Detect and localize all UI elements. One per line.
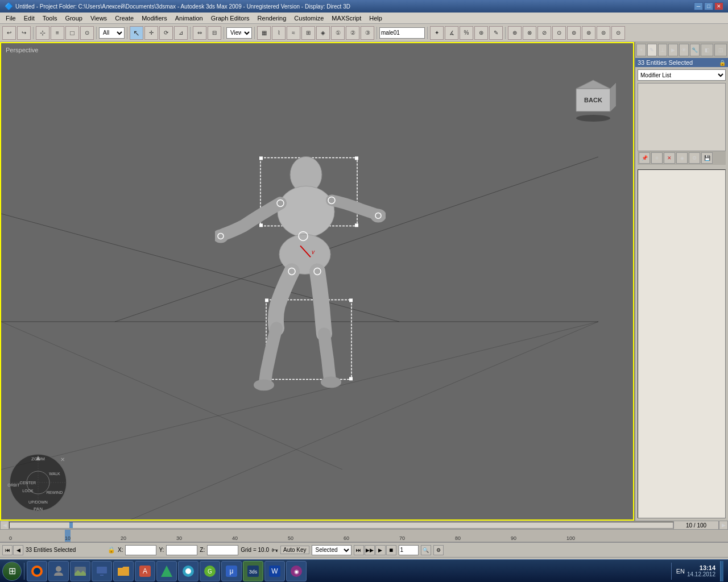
taskbar-word[interactable]: W xyxy=(264,561,285,581)
undo-button[interactable]: ↩ xyxy=(2,26,16,40)
create-tab[interactable]: + xyxy=(636,44,646,56)
menu-customize[interactable]: Customize xyxy=(291,14,327,23)
object-name-input[interactable] xyxy=(379,27,425,39)
menu-maxscript[interactable]: MAXScript xyxy=(328,14,365,23)
x-coord-input[interactable] xyxy=(125,545,156,555)
quick-render-button[interactable]: ② xyxy=(346,26,359,40)
snap-toggle-button[interactable]: ✦ xyxy=(430,26,444,40)
menu-group[interactable]: Group xyxy=(61,14,86,23)
material-editor-button[interactable]: ◈ xyxy=(316,26,330,40)
menu-help[interactable]: Help xyxy=(366,14,386,23)
navigation-cube[interactable]: BACK xyxy=(570,77,616,123)
show-desktop-button[interactable] xyxy=(720,561,723,581)
auto-key-button[interactable]: Auto Key xyxy=(280,546,309,554)
render-last-button[interactable]: ③ xyxy=(361,26,374,40)
transport-prev-frame-button[interactable]: ◀ xyxy=(13,545,23,555)
taskbar-app2[interactable] xyxy=(156,561,177,581)
maximize-button[interactable]: □ xyxy=(704,2,713,10)
redo-button[interactable]: ↪ xyxy=(17,26,31,40)
minimize-button[interactable]: ─ xyxy=(694,2,703,10)
perspective-viewport[interactable]: Perspective xyxy=(0,42,634,521)
select-cursor-button[interactable]: ↖ xyxy=(130,26,143,40)
render-tools-7[interactable]: ⊜ xyxy=(597,26,610,40)
taskbar-user[interactable] xyxy=(48,561,69,581)
render-tools-4[interactable]: ⊙ xyxy=(552,26,566,40)
transport-next-frame-button[interactable]: ▶▶ xyxy=(365,545,375,555)
configure-button[interactable]: ⚙ xyxy=(689,152,700,164)
lock-icon[interactable]: 🔒 xyxy=(107,546,115,554)
menu-animation[interactable]: Animation xyxy=(172,14,206,23)
select-by-region-button[interactable]: ⊙ xyxy=(80,26,94,40)
edit-named-sel-button[interactable]: ✎ xyxy=(489,26,503,40)
start-button[interactable]: ⊞ xyxy=(2,562,22,581)
menu-edit[interactable]: Edit xyxy=(20,14,38,23)
select-and-scale-button[interactable]: ⊿ xyxy=(174,26,188,40)
modifier-list-dropdown[interactable]: Modifier List xyxy=(638,69,726,81)
taskbar-3dsmax[interactable]: 3ds xyxy=(243,561,263,581)
align-button[interactable]: ⊟ xyxy=(208,26,221,40)
render-tools-6[interactable]: ⊛ xyxy=(582,26,595,40)
timeline-scroll-left[interactable]: ◀ xyxy=(0,521,9,530)
panel-icon-1[interactable]: ◧ xyxy=(701,44,713,56)
time-config-button[interactable]: ⚙ xyxy=(433,545,444,555)
modify-tab active[interactable]: ✎ xyxy=(647,44,657,56)
menu-modifiers[interactable]: Modifiers xyxy=(138,14,171,23)
transport-play-button[interactable]: ▶ xyxy=(375,545,386,555)
viewport-navigation-widget[interactable]: ZOOM WALK REWIND CENTER ORBIT LOOK UP/DO… xyxy=(7,451,69,514)
hierarchy-tab[interactable]: ⊥ xyxy=(658,44,668,56)
view-dropdown[interactable]: View xyxy=(226,27,252,39)
utilities-tab[interactable]: 🔧 xyxy=(690,44,700,56)
select-and-move-button[interactable]: ✛ xyxy=(144,26,158,40)
taskbar-folder[interactable] xyxy=(113,561,134,581)
select-object-button[interactable]: ⊹ xyxy=(36,26,49,40)
timeline-thumb[interactable] xyxy=(69,522,73,528)
percent-snap-button[interactable]: % xyxy=(460,26,473,40)
select-by-name-button[interactable]: ≡ xyxy=(51,26,64,40)
select-region-button[interactable]: □ xyxy=(65,26,79,40)
curve-editor-button[interactable]: ⌇ xyxy=(272,26,286,40)
key-icon[interactable]: 🗝 xyxy=(271,546,278,554)
menu-views[interactable]: Views xyxy=(87,14,110,23)
schematic-button[interactable]: ⊞ xyxy=(301,26,315,40)
menu-tools[interactable]: Tools xyxy=(39,14,61,23)
dope-sheet-button[interactable]: ≈ xyxy=(287,26,300,40)
transport-rewind-button[interactable]: ⏮ xyxy=(2,545,13,555)
remove-modifier-button[interactable]: ✕ xyxy=(664,152,675,164)
transport-stop-button[interactable]: ⏹ xyxy=(386,545,396,555)
timeline-scroll-right[interactable]: ▶ xyxy=(719,521,728,530)
make-unique-button[interactable]: ◈ xyxy=(676,152,688,164)
layers-button[interactable]: ▦ xyxy=(257,26,271,40)
show-all-button[interactable]: ≡ xyxy=(651,152,663,164)
frame-number-input[interactable] xyxy=(399,545,419,555)
taskbar-pc[interactable] xyxy=(92,561,112,581)
menu-file[interactable]: File xyxy=(2,14,19,23)
filter-dropdown[interactable]: All xyxy=(99,27,125,39)
selected-dropdown[interactable]: Selected xyxy=(312,545,351,555)
select-and-rotate-button[interactable]: ⟳ xyxy=(159,26,173,40)
render-tools-5[interactable]: ⊚ xyxy=(567,26,581,40)
transport-start-button[interactable]: ⏭ xyxy=(354,545,364,555)
render-tools-1[interactable]: ⊕ xyxy=(508,26,522,40)
close-button[interactable]: ✕ xyxy=(714,2,723,10)
menu-graph-editors[interactable]: Graph Editors xyxy=(208,14,253,23)
taskbar-app6[interactable]: ◉ xyxy=(286,561,307,581)
y-coord-input[interactable] xyxy=(166,545,197,555)
z-coord-input[interactable] xyxy=(207,545,238,555)
zoom-time-button[interactable]: 🔍 xyxy=(421,545,431,555)
spinner-snap-button[interactable]: ⊛ xyxy=(474,26,488,40)
render-setup-button[interactable]: ① xyxy=(331,26,345,40)
save-modifier-button[interactable]: 💾 xyxy=(701,152,713,164)
angle-snap-button[interactable]: ∡ xyxy=(445,26,458,40)
pin-stack-button[interactable]: 📌 xyxy=(639,152,650,164)
taskbar-app4[interactable]: G xyxy=(200,561,220,581)
display-tab[interactable]: 👁 xyxy=(679,44,689,56)
panel-icon-2[interactable]: ◫ xyxy=(714,44,727,56)
taskbar-app1[interactable]: A xyxy=(135,561,155,581)
mirror-button[interactable]: ⇔ xyxy=(193,26,206,40)
timeline-track[interactable] xyxy=(9,522,673,529)
taskbar-image[interactable] xyxy=(70,561,90,581)
taskbar-app5[interactable]: μ xyxy=(221,561,242,581)
motion-tab[interactable]: ▶ xyxy=(668,44,678,56)
taskbar-firefox[interactable] xyxy=(27,561,47,581)
render-tools-8[interactable]: ⊝ xyxy=(611,26,625,40)
